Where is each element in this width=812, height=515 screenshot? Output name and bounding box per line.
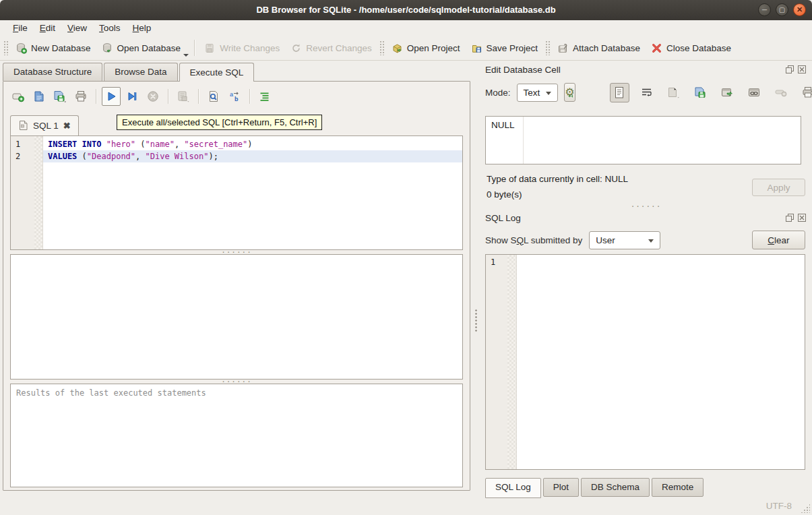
new-sql-tab-button[interactable] [9,87,28,106]
tab-database-structure[interactable]: Database Structure [3,63,102,81]
find-button[interactable] [204,87,223,106]
toolbar-separator [249,89,250,104]
new-database-icon [15,42,27,54]
sql-editor[interactable]: 1INSERT INTO "hero" ("name", "secret_nam… [10,135,463,250]
mode-select[interactable]: Text [517,84,559,102]
encoding-indicator[interactable]: UTF-8 [766,501,792,511]
open-file-icon [32,90,46,103]
main-area: Database Structure Browse Data Execute S… [0,61,812,496]
format-icon [258,90,272,103]
clear-log-button[interactable]: Clear [752,231,805,249]
save-project-icon [471,42,482,54]
open-database-icon [102,42,113,54]
submitted-by-select[interactable]: User [589,231,660,249]
edit-cell-title: Edit Database Cell [485,65,785,75]
window-controls: ─ ▢ ✕ [758,3,806,16]
toolbar-drag-handle[interactable] [379,40,384,55]
open-database-dropdown-caret[interactable] [183,54,189,57]
set-null-button[interactable] [772,83,791,102]
filter-label: Show SQL submitted by [485,235,582,245]
sql-1-tab[interactable]: SQL 1 ✖ [10,115,79,135]
resize-grip[interactable] [801,504,810,513]
close-window-button[interactable]: ✕ [793,3,806,16]
open-database-button[interactable]: Open Database [96,40,187,57]
close-panel-icon[interactable] [797,213,807,222]
menu-tools[interactable]: Tools [93,22,127,34]
minimize-button[interactable]: ─ [758,3,771,16]
stop-icon [146,90,160,103]
open-project-button[interactable]: Open Project [386,40,466,57]
auto-apply-button[interactable]: ⚙ [564,83,575,102]
open-sql-file-button[interactable] [30,87,49,106]
stop-execution-button[interactable] [144,87,162,106]
attach-database-button[interactable]: Attach Database [552,40,646,57]
text-document-icon [613,86,625,99]
menu-edit[interactable]: Edit [34,22,61,34]
set-null-icon [774,87,788,98]
sql-log-view[interactable]: 1 [485,254,805,470]
close-database-button[interactable]: Close Database [646,40,737,57]
close-panel-icon[interactable] [797,65,807,74]
save-project-button[interactable]: Save Project [466,40,544,57]
execute-play-icon [104,90,118,103]
sql-code-line[interactable]: 1INSERT INTO "hero" ("name", "secret_nam… [11,138,462,150]
new-database-button[interactable]: New Database [10,40,96,57]
tab-sql-log[interactable]: SQL Log [485,478,541,498]
maximize-button[interactable]: ▢ [776,3,788,16]
toolbar-drag-handle[interactable] [3,40,8,55]
copy-link-button[interactable] [745,83,764,102]
open-in-external-button[interactable] [718,83,737,102]
print-cell-button[interactable] [799,83,812,102]
float-panel-icon[interactable] [785,213,794,222]
tab-browse-data[interactable]: Browse Data [104,63,177,81]
tab-remote[interactable]: Remote [652,478,704,497]
tab-plot[interactable]: Plot [543,478,579,497]
float-panel-icon[interactable] [785,65,794,74]
new-tab-icon [11,90,25,103]
sql-code-line[interactable]: 2VALUES ("Deadpond", "Dive Wilson"); [11,150,462,162]
open-project-icon [392,42,403,54]
menubar: File Edit View Tools Help [0,20,812,36]
sql-code: 1INSERT INTO "hero" ("name", "secret_nam… [11,136,462,162]
mode-label: Mode: [485,88,511,98]
toolbar-drag-handle[interactable] [545,40,550,55]
close-tab-icon[interactable]: ✖ [63,121,71,130]
save-results-button[interactable] [174,87,193,106]
format-sql-button[interactable] [255,87,274,106]
toolbar-separator [198,89,199,104]
write-changes-button[interactable]: Write Changes [199,40,285,57]
main-tabbar: Database Structure Browse Data Execute S… [0,61,473,81]
replace-button[interactable]: ab [225,87,244,106]
cell-value-editor[interactable]: NULL [485,116,801,164]
splitter-handle[interactable]: ······ [485,204,807,209]
text-mode-button[interactable] [610,83,629,102]
menu-view[interactable]: View [61,22,93,34]
results-grid[interactable] [10,254,463,380]
titlebar: DB Browser for SQLite - /home/user/code/… [0,0,812,20]
tab-execute-sql[interactable]: Execute SQL [179,63,255,82]
edit-cell-header: Edit Database Cell [485,63,807,75]
tab-db-schema[interactable]: DB Schema [581,478,650,497]
execute-sql-button[interactable] [102,87,121,106]
word-wrap-button[interactable] [637,83,656,102]
toolbar-separator [168,89,168,104]
execute-current-line-button[interactable] [123,87,142,106]
menu-help[interactable]: Help [127,22,158,34]
vertical-splitter[interactable] [473,61,478,496]
bottom-tabbar: SQL Log Plot DB Schema Remote [485,478,706,497]
apply-button[interactable]: Apply [752,179,805,196]
save-sql-file-button[interactable] [51,87,69,106]
results-message-box[interactable]: Results of the last executed statements [10,384,463,487]
splitter-dots [475,309,477,332]
cell-mode-row: Mode: Text ⚙ [485,82,807,102]
gear-arrow-icon [567,93,573,99]
word-wrap-icon [640,86,653,98]
menu-file[interactable]: File [7,22,34,34]
sql-log-header: SQL Log [485,212,807,224]
print-sql-button[interactable] [71,87,90,106]
import-data-button[interactable] [664,83,683,102]
export-data-button[interactable] [691,83,710,102]
right-pane: Edit Database Cell Mode: Text ⚙ [478,61,812,496]
revert-changes-button[interactable]: Revert Changes [285,40,377,57]
cell-type-info: Type of data currently in cell: NULL [487,174,628,184]
